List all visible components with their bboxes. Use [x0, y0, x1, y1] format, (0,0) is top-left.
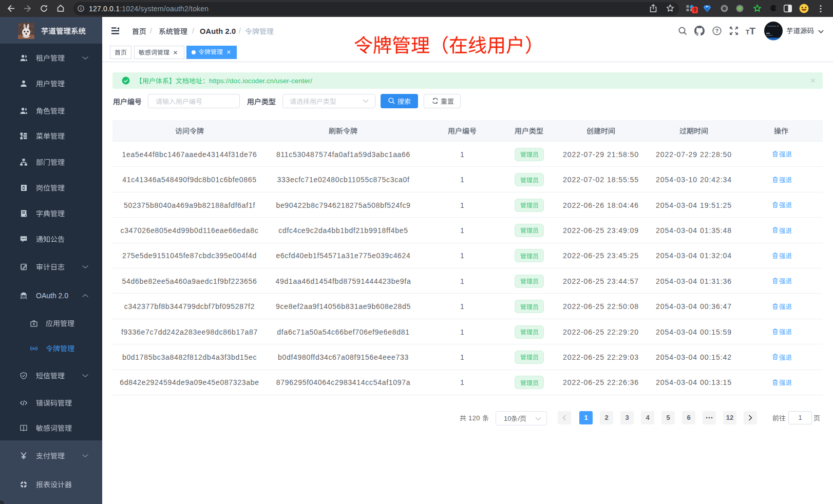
svg-text:?: ?	[715, 28, 718, 34]
